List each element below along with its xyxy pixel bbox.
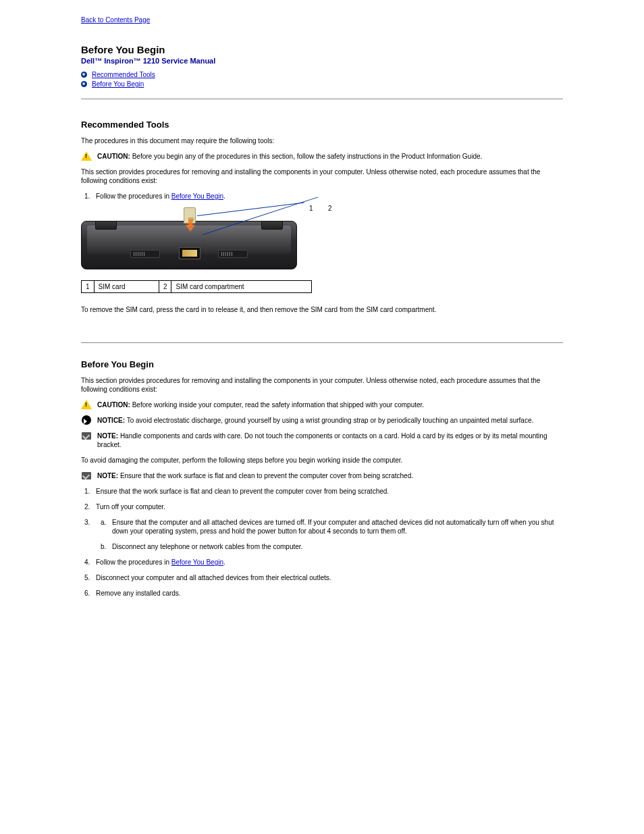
manual-title: Dell™ Inspiron™ 1210 Service Manual (81, 57, 563, 65)
toc-item[interactable]: Before You Begin (81, 80, 563, 89)
notice-body: To avoid electrostatic discharge, ground… (125, 417, 533, 424)
step-item: Remove any installed cards. (92, 589, 563, 598)
step-item: Follow the procedures in Before You Begi… (92, 192, 563, 201)
notice-icon (81, 415, 92, 425)
hinge-right (261, 221, 283, 230)
note-icon (81, 431, 92, 440)
step-list: Follow the procedures in Before You Begi… (92, 192, 563, 201)
leader-line (197, 203, 304, 216)
note-label: NOTE: (97, 432, 118, 440)
legend-label: SIM card compartment (171, 281, 312, 293)
step-item: Follow the procedures in Before You Begi… (92, 558, 563, 567)
legend-label: SIM card (94, 281, 159, 293)
step-text: Follow the procedures in (96, 558, 171, 566)
sub-step-item: Disconnect any telephone or network cabl… (108, 542, 563, 551)
caution-text: CAUTION: Before you begin any of the pro… (97, 152, 482, 161)
step-list: Ensure that the work surface is flat and… (92, 487, 563, 598)
slider-right (218, 250, 248, 258)
legend-num: 1 (82, 281, 95, 293)
toc-item[interactable]: Recommended Tools (81, 70, 563, 80)
step-text: Follow the procedures in (96, 192, 171, 200)
table-row: 1 SIM card 2 SIM card compartment (82, 281, 312, 293)
step-item: Ensure that the work surface is flat and… (92, 487, 563, 496)
step-text-tail: . (223, 192, 225, 200)
note-body: Ensure that the work surface is flat and… (118, 472, 413, 479)
toc-link[interactable]: Before You Begin (92, 80, 144, 88)
caution-text: CAUTION: Before working inside your comp… (97, 400, 424, 409)
note-text: NOTE: Handle components and cards with c… (97, 432, 563, 449)
sub-step-item: Ensure that the computer and all attache… (108, 518, 563, 536)
back-link-text[interactable]: Back to Contents Page (81, 16, 150, 24)
note-text: NOTE: Ensure that the work surface is fl… (97, 471, 413, 480)
notice-text: NOTICE: To avoid electrostatic discharge… (97, 416, 533, 425)
body-paragraph: This section provides procedures for rem… (81, 376, 563, 394)
callout-number: 1 (309, 205, 313, 212)
note-body: Handle components and cards with care. D… (97, 432, 547, 448)
legend-num: 2 (159, 281, 171, 293)
step-text-tail: . (223, 558, 225, 566)
step-item: Ensure that the computer and all attache… (92, 518, 563, 551)
hinge-left (95, 221, 117, 230)
body-paragraph: To avoid damaging the computer, perform … (81, 456, 563, 465)
figure: 1 2 (81, 210, 297, 269)
caution-icon (81, 151, 92, 161)
caution-body: Before you begin any of the procedures i… (130, 153, 482, 160)
body-paragraph: This section provides procedures for rem… (81, 167, 563, 185)
caution-callout: CAUTION: Before you begin any of the pro… (81, 152, 563, 161)
note-label: NOTE: (97, 472, 118, 479)
caution-label: CAUTION: (97, 153, 130, 160)
caution-callout: CAUTION: Before working inside your comp… (81, 400, 563, 409)
section-rule (81, 342, 563, 343)
toc-link[interactable]: Recommended Tools (92, 71, 155, 78)
intro-paragraph: The procedures in this document may requ… (81, 136, 563, 145)
callout-number: 2 (328, 205, 332, 212)
note-callout: NOTE: Ensure that the work surface is fl… (81, 471, 563, 480)
sim-slot (179, 247, 200, 259)
body-paragraph: To remove the SIM card, press the card i… (81, 305, 563, 314)
note-callout: NOTE: Handle components and cards with c… (81, 432, 563, 449)
section-heading: Before You Begin (81, 359, 563, 369)
caution-label: CAUTION: (97, 401, 130, 409)
slider-left (130, 250, 160, 258)
step-item: Disconnect your computer and all attache… (92, 573, 563, 582)
inline-link[interactable]: Before You Begin (171, 192, 223, 200)
back-link[interactable]: Back to Contents Page (81, 16, 563, 24)
table-of-contents: Recommended Tools Before You Begin (81, 70, 563, 89)
note-icon (81, 471, 92, 480)
caution-body: Before working inside your computer, rea… (130, 401, 424, 409)
caution-icon (81, 400, 92, 409)
arrow-down-icon (186, 225, 195, 232)
figure-legend-table: 1 SIM card 2 SIM card compartment (81, 280, 312, 293)
section-heading: Recommended Tools (81, 120, 563, 130)
step-item: Turn off your computer. (92, 502, 563, 511)
inline-link[interactable]: Before You Begin (171, 558, 223, 566)
notice-callout: NOTICE: To avoid electrostatic discharge… (81, 416, 563, 425)
page-title: Before You Begin (81, 44, 563, 55)
notice-label: NOTICE: (97, 417, 125, 424)
sub-step-list: Ensure that the computer and all attache… (108, 518, 563, 551)
section-rule (81, 99, 563, 99)
